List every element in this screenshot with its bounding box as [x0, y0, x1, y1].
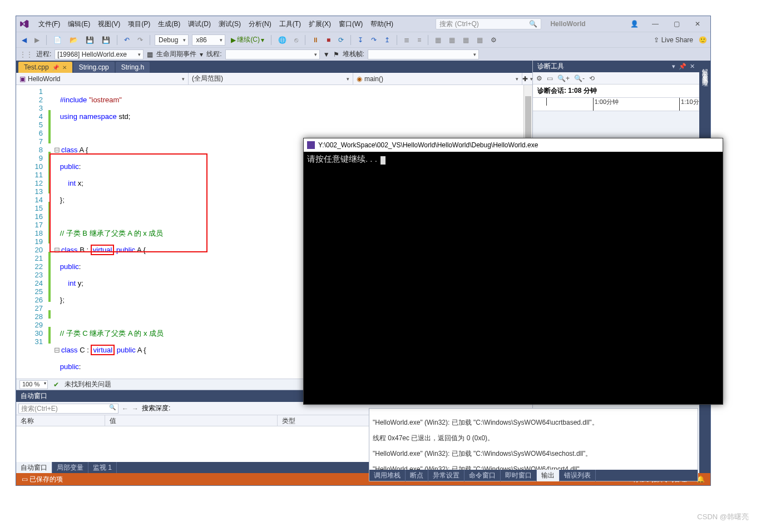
status-rect-icon: ▭ — [22, 475, 28, 483]
pin-icon[interactable]: 📌 — [52, 64, 59, 71]
continue-button[interactable]: ▶ 继续(C) ▾ — [229, 34, 266, 46]
lifetime-label: 生命周期事件 — [156, 49, 196, 59]
new-item-button[interactable]: 📄 — [51, 35, 64, 45]
menu-edit[interactable]: 编辑(E) — [65, 18, 93, 31]
tab-breakpoints[interactable]: 断点 — [406, 470, 428, 481]
menu-file[interactable]: 文件(F) — [35, 18, 63, 31]
issues-text: 未找到相关问题 — [65, 380, 111, 389]
nav-fwd-button[interactable]: ▶ — [32, 35, 42, 45]
tab-locals[interactable]: 局部变量 — [52, 462, 88, 474]
filter-icon[interactable]: ▼ — [323, 51, 330, 58]
menu-help[interactable]: 帮助(H) — [367, 18, 397, 31]
col-value[interactable]: 值 — [105, 415, 278, 426]
console-title-bar[interactable]: Y:\002_WorkSpace\002_VS\HelloWorld\Hello… — [304, 138, 723, 152]
gear-icon[interactable]: ⚙ — [488, 35, 499, 45]
lifetime-icon[interactable]: ▦ — [147, 51, 153, 58]
save-button[interactable]: 💾 — [83, 35, 96, 45]
menu-window[interactable]: 窗口(W) — [335, 18, 366, 31]
tab-test-cpp[interactable]: Test.cpp📌✕ — [18, 62, 72, 73]
tab-errorlist[interactable]: 错误列表 — [560, 470, 596, 481]
console-icon — [307, 141, 315, 149]
thread-combo[interactable] — [225, 49, 320, 59]
diag-gear-icon[interactable]: ⚙ — [536, 74, 542, 82]
pause-button[interactable]: ⏸ — [310, 35, 321, 45]
save-all-button[interactable]: 💾 — [100, 35, 112, 45]
namespace-combo[interactable]: (全局范围) — [189, 73, 353, 84]
status-text: 已保存的项 — [29, 475, 63, 484]
panel-pin-icon[interactable]: 📌 — [679, 63, 686, 70]
tool-icon-2[interactable]: ≡ — [415, 35, 423, 45]
auto-search-input[interactable]: 搜索(Ctrl+E) — [18, 404, 118, 414]
step-into-button[interactable]: ↧ — [355, 35, 365, 45]
menu-build[interactable]: 生成(B) — [155, 18, 184, 31]
zoom-combo[interactable]: 100 % — [19, 380, 48, 389]
restart-button[interactable]: ⟳ — [336, 35, 346, 45]
tab-string-cpp[interactable]: String.cpp — [73, 62, 115, 73]
console-window[interactable]: Y:\002_WorkSpace\002_VS\HelloWorld\Hello… — [303, 138, 723, 405]
layout-icon[interactable]: ▦ — [433, 35, 443, 45]
minimize-button[interactable]: — — [646, 18, 665, 29]
tab-string-h[interactable]: String.h — [116, 62, 150, 73]
stop-button[interactable]: ■ — [324, 35, 333, 45]
grid-icon[interactable]: ▦ — [447, 35, 457, 45]
diagnostic-timeline[interactable]: 1:00分钟 1:10分 — [533, 98, 699, 111]
panel-icon[interactable]: ▦ — [461, 35, 471, 45]
tab-callstack[interactable]: 调用堆栈 — [369, 470, 406, 481]
step-over-button[interactable]: ↷ — [369, 35, 379, 45]
panel-dropdown-icon[interactable]: ▾ — [672, 63, 675, 70]
diag-reset-icon[interactable]: ⟲ — [589, 74, 595, 82]
user-icon[interactable]: 👤 — [625, 18, 644, 29]
nav-back-button[interactable]: ◀ — [19, 35, 29, 45]
panel-icon-2[interactable]: ▦ — [475, 35, 485, 45]
tool-icon-1[interactable]: ≣ — [402, 35, 412, 45]
tab-auto[interactable]: 自动窗口 — [16, 462, 52, 474]
diag-zoomout-icon[interactable]: 🔍- — [574, 74, 585, 82]
tab-output[interactable]: 输出 — [537, 470, 560, 481]
diag-select-icon[interactable]: ▭ — [547, 74, 553, 82]
stackframe-label: 堆栈帧: — [343, 49, 364, 59]
quick-launch-input[interactable]: 搜索 (Ctrl+Q) 🔍 — [436, 18, 541, 29]
redo-button[interactable]: ↷ — [135, 35, 145, 45]
diagnostic-title[interactable]: 诊断工具 ▾📌✕ — [533, 61, 699, 72]
output-tabs: 调用堆栈 断点 异常设置 命令窗口 即时窗口 输出 错误列表 — [369, 470, 698, 481]
close-button[interactable]: ✕ — [688, 18, 707, 29]
menu-tools[interactable]: 工具(T) — [276, 18, 304, 31]
browser-button[interactable]: 🌐 — [276, 35, 289, 45]
nav-prev-icon[interactable]: ← — [122, 405, 128, 412]
console-body[interactable]: 请按任意键继续. . . — [304, 152, 723, 404]
undo-button[interactable]: ↶ — [122, 35, 132, 45]
tab-exceptions[interactable]: 异常设置 — [428, 470, 464, 481]
close-icon[interactable]: ✕ — [62, 64, 67, 71]
live-share-button[interactable]: ⇪ Live Share — [654, 36, 693, 44]
attach-button[interactable]: ⎋ — [292, 35, 300, 45]
change-margin — [47, 85, 52, 379]
output-body[interactable]: "HelloWorld.exe" (Win32): 已加载 "C:\Window… — [369, 409, 698, 470]
tab-command[interactable]: 命令窗口 — [464, 470, 501, 481]
nav-next-icon[interactable]: → — [132, 405, 139, 412]
stackframe-combo[interactable] — [368, 49, 479, 59]
output-panel: "HelloWorld.exe" (Win32): 已加载 "C:\Window… — [369, 408, 698, 481]
process-combo[interactable]: [19968] HelloWorld.exe — [55, 49, 144, 59]
open-button[interactable]: 📂 — [67, 35, 80, 45]
menu-view[interactable]: 视图(V) — [95, 18, 123, 31]
menu-test[interactable]: 测试(S) — [215, 18, 244, 31]
platform-combo[interactable]: x86 — [192, 34, 225, 46]
split-button[interactable]: ✚ — [522, 73, 532, 84]
tab-immediate[interactable]: 即时窗口 — [501, 470, 537, 481]
flag-icon[interactable]: ⚑ — [333, 51, 339, 58]
menu-extensions[interactable]: 扩展(X) — [305, 18, 334, 31]
tab-watch-1[interactable]: 监视 1 — [88, 462, 117, 474]
col-name[interactable]: 名称 — [16, 415, 105, 426]
menu-analyze[interactable]: 分析(N) — [245, 18, 275, 31]
function-combo[interactable]: ◉ main() — [353, 73, 522, 84]
solution-name: HelloWorld — [550, 20, 585, 28]
panel-close-icon[interactable]: ✕ — [690, 63, 695, 70]
maximize-button[interactable]: ▢ — [667, 18, 686, 29]
menu-debug[interactable]: 调试(D) — [185, 18, 214, 31]
menu-project[interactable]: 项目(P) — [125, 18, 154, 31]
config-combo[interactable]: Debug — [155, 34, 189, 46]
scope-combo[interactable]: ▣ HelloWorld — [16, 73, 189, 84]
feedback-icon[interactable]: 🙂 — [699, 36, 707, 44]
step-out-button[interactable]: ↥ — [382, 35, 392, 45]
diag-zoomin-icon[interactable]: 🔍+ — [557, 74, 570, 82]
